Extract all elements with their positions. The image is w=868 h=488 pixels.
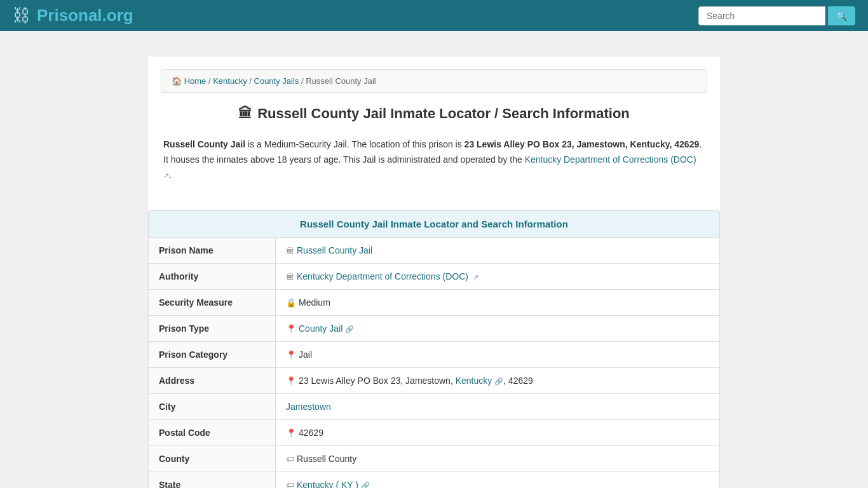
table-row: Authority🏛Kentucky Department of Correct… bbox=[149, 264, 720, 290]
city-link[interactable]: Jamestown bbox=[286, 402, 331, 412]
table-row: Postal Code📍42629 bbox=[149, 420, 720, 446]
main-content: 🏠 Home / Kentucky / County Jails / Russe… bbox=[148, 57, 720, 488]
search-button[interactable]: 🔍 bbox=[828, 6, 855, 25]
table-row: Prison Type📍County Jail 🔗 bbox=[149, 316, 720, 342]
cell-icon: 📍 bbox=[286, 324, 296, 334]
value-link[interactable]: Russell County Jail bbox=[297, 245, 372, 255]
row-label: Prison Category bbox=[149, 342, 276, 368]
description-text: Russell County Jail is a Medium-Security… bbox=[161, 137, 707, 182]
jail-name-bold: Russell County Jail bbox=[163, 139, 245, 149]
cell-icon: 🏛 bbox=[286, 246, 294, 255]
breadcrumb-kentucky[interactable]: Kentucky bbox=[213, 76, 247, 86]
row-value: 📍23 Lewis Alley PO Box 23, Jamestown, Ke… bbox=[276, 368, 720, 394]
logo-text: Prisonal.org bbox=[37, 6, 133, 25]
ext-icon-desc: ↗ bbox=[163, 172, 169, 179]
doc-link[interactable]: Kentucky Department of Corrections (DOC) bbox=[525, 154, 696, 165]
cell-icon: 📍 bbox=[286, 350, 296, 360]
prison-type-link[interactable]: County Jail bbox=[299, 323, 342, 334]
row-value: 📍42629 bbox=[276, 420, 720, 446]
breadcrumb-current: Russell County Jail bbox=[306, 76, 376, 86]
table-row: CityJamestown bbox=[149, 394, 720, 420]
row-value: 🏷Kentucky ( KY ) 🔗 bbox=[276, 472, 720, 488]
page-title: 🏛 Russell County Jail Inmate Locator / S… bbox=[161, 105, 707, 122]
table-row: Prison Category📍Jail bbox=[149, 342, 720, 368]
breadcrumb-sep2: / bbox=[249, 76, 254, 86]
logo-main: Prisonal bbox=[37, 6, 102, 25]
search-area: 🔍 bbox=[698, 6, 855, 25]
table-row: County🏷Russell County bbox=[149, 446, 720, 472]
table-row: Address📍23 Lewis Alley PO Box 23, Jamest… bbox=[149, 368, 720, 394]
cell-icon: 📍 bbox=[286, 376, 296, 386]
authority-link[interactable]: Kentucky Department of Corrections (DOC) bbox=[297, 271, 468, 281]
row-label: Authority bbox=[149, 264, 276, 290]
info-table: Prison Name🏛Russell County JailAuthority… bbox=[148, 238, 720, 488]
row-value: 🔒Medium bbox=[276, 290, 720, 316]
row-label: County bbox=[149, 446, 276, 472]
home-icon: 🏠 bbox=[172, 76, 182, 86]
logo-ext: .org bbox=[102, 6, 133, 25]
breadcrumb: 🏠 Home / Kentucky / County Jails / Russe… bbox=[161, 69, 707, 93]
title-icon: 🏛 bbox=[238, 105, 252, 122]
row-label: Security Measure bbox=[149, 290, 276, 316]
cell-icon: 🏷 bbox=[286, 454, 294, 464]
row-value: 🏷Russell County bbox=[276, 446, 720, 472]
row-value: Jamestown bbox=[276, 394, 720, 420]
row-value: 📍County Jail 🔗 bbox=[276, 316, 720, 342]
logo-area: ⛓ Prisonal.org bbox=[13, 5, 133, 26]
cell-icon: 📍 bbox=[286, 428, 296, 438]
address-state-link[interactable]: Kentucky bbox=[456, 376, 492, 386]
search-icon: 🔍 bbox=[836, 11, 847, 21]
breadcrumb-county-jails[interactable]: County Jails bbox=[254, 76, 299, 86]
row-label: City bbox=[149, 394, 276, 420]
cell-icon: 🏛 bbox=[286, 272, 294, 281]
row-label: Prison Type bbox=[149, 316, 276, 342]
ext-icon: ↗ bbox=[473, 273, 478, 281]
table-row: Security Measure🔒Medium bbox=[149, 290, 720, 316]
address-bold: 23 Lewis Alley PO Box 23, Jamestown, Ken… bbox=[465, 139, 700, 149]
row-label: Address bbox=[149, 368, 276, 394]
row-label: Prison Name bbox=[149, 238, 276, 264]
cell-icon: 🏷 bbox=[286, 480, 294, 488]
state-link[interactable]: Kentucky ( KY ) bbox=[297, 480, 358, 488]
cell-icon: 🔒 bbox=[286, 298, 296, 308]
site-header: ⛓ Prisonal.org 🔍 bbox=[0, 0, 868, 31]
row-value: 🏛Kentucky Department of Corrections (DOC… bbox=[276, 264, 720, 290]
breadcrumb-home[interactable]: Home bbox=[184, 76, 207, 86]
table-row: Prison Name🏛Russell County Jail bbox=[149, 238, 720, 264]
table-row: State🏷Kentucky ( KY ) 🔗 bbox=[149, 472, 720, 488]
section-header: Russell County Jail Inmate Locator and S… bbox=[148, 210, 720, 238]
row-label: State bbox=[149, 472, 276, 488]
search-input[interactable] bbox=[698, 6, 825, 25]
row-value: 📍Jail bbox=[276, 342, 720, 368]
row-value: 🏛Russell County Jail bbox=[276, 238, 720, 264]
row-label: Postal Code bbox=[149, 420, 276, 446]
logo-icon: ⛓ bbox=[13, 5, 31, 26]
